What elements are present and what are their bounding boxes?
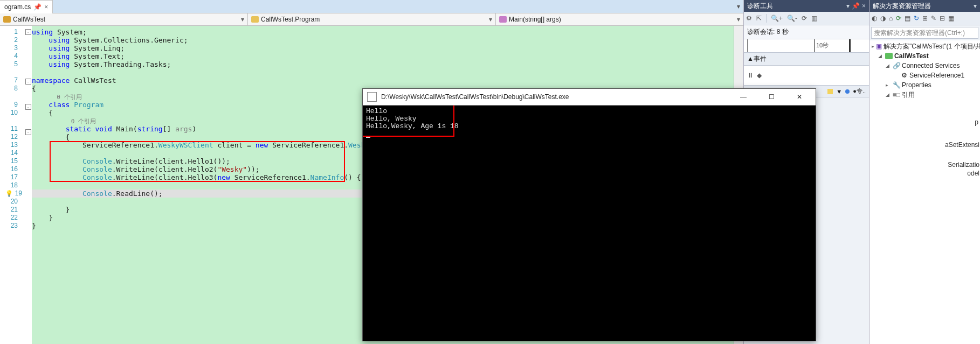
back-icon[interactable]: ◐ [872,15,877,22]
close-button[interactable]: ✕ [788,89,811,104]
service-reference-node[interactable]: ⚙ ServiceReference1 [869,71,980,80]
navigation-bar: CallWsTest ▾ CallWsTest.Program ▾ Main(s… [0,13,743,26]
console-line: Hello,Wesky, Age is 18 [366,123,812,130]
namespace-dropdown[interactable]: CallWsTest ▾ [0,13,248,25]
panel-title-text: 诊断工具 [747,2,773,11]
timeline-label-10s: 10秒 [816,41,829,50]
refresh-icon[interactable]: ↻ [914,15,919,22]
minimize-button[interactable]: ― [731,89,755,104]
project-node[interactable]: ◢ CallWsTest [869,51,980,61]
outline-margin[interactable]: ---- [24,26,32,344]
tree-fragment: odel [967,169,980,178]
zoom-out-icon[interactable]: 🔍- [787,15,797,22]
diagnostics-title-bar: 诊断工具 ▾ 📌 × [744,0,869,12]
connected-services-node[interactable]: ◢🔗 Connected Services [869,61,980,71]
pause-icon[interactable]: ⏸ [747,72,754,79]
home-icon[interactable]: ⌂ [889,15,893,22]
pin-icon[interactable]: 📌 [852,2,860,10]
close-icon[interactable]: × [44,3,48,11]
chevron-down-icon: ▾ [737,16,740,23]
events-header[interactable]: ▲事件 [744,53,869,66]
service-icon: ⚙ [900,72,908,79]
panel-title-text: 解决方案资源管理器 [873,2,931,11]
csproj-icon [885,52,893,60]
tab-overflow-icon[interactable]: ▾ [734,3,743,10]
connected-services-icon: 🔗 [893,62,900,69]
timeline-mark-10s [814,39,815,52]
references-icon: ■□ [893,91,900,99]
wrench-icon: 🔧 [893,81,900,89]
console-line: Hello [366,108,812,115]
namespace-icon [3,16,11,23]
zoom-in-icon[interactable]: 🔍+ [771,15,783,22]
window-dropdown-icon[interactable]: ▾ [846,2,850,10]
tree-fragment: aSetExtensi [944,141,980,149]
line-number-gutter: 12345789101112131415161718💡 1920212223 [0,26,24,344]
solution-search-input[interactable]: 搜索解决方案资源管理器(Ctrl+;) [871,27,978,39]
console-title-text: D:\Wesky\Wsk\CallWsTest\CallWsTest\bin\D… [381,93,727,101]
sync-icon[interactable]: ⟳ [896,15,901,22]
forward-icon[interactable]: ◑ [880,15,886,22]
app-icon [367,92,377,102]
timeline-cursor [849,39,851,52]
console-title-bar[interactable]: D:\Wesky\Wsk\CallWsTest\CallWsTest\bin\D… [363,89,816,106]
console-cursor [366,130,812,138]
marker-icon[interactable]: ◆ [757,72,762,79]
settings-icon[interactable]: ⚙ [746,15,752,22]
search-placeholder: 搜索解决方案资源管理器(Ctrl+;) [874,29,965,38]
gc-marker-icon [827,89,833,94]
properties-node[interactable]: ▸🔧 Properties [869,80,980,90]
events-chart: ⏸ ◆ [744,66,869,86]
class-dropdown[interactable]: CallWsTest.Program ▾ [248,13,496,25]
references-node[interactable]: ◢■□ 引用 [869,90,980,100]
chart-icon[interactable]: ▥ [811,15,817,22]
tree-fragment: Serializatio [947,160,980,169]
tree-fragment: p [973,118,980,127]
timeline-mark-start [747,39,748,52]
solution-explorer-toolbar: ◐ ◑ ⌂ ⟳ ▤ ↻ ⊞ ✎ ⊟ ▦ [869,12,980,25]
solution-node[interactable]: ▸▣ 解决方案"CallWsTest"(1 个项目/共 1 个 [869,41,980,51]
solution-explorer-panel: 解决方案资源管理器 ▾ ◐ ◑ ⌂ ⟳ ▤ ↻ ⊞ ✎ ⊟ ▦ 搜索解决方案资源… [869,0,980,344]
properties-icon[interactable]: ✎ [931,15,936,22]
expand-icon[interactable]: ⇱ [756,15,762,22]
diagnostics-timeline[interactable]: 10秒 [744,39,869,53]
console-window[interactable]: D:\Wesky\Wsk\CallWsTest\CallWsTest\bin\D… [362,88,816,341]
chevron-down-icon: ▾ [241,16,244,23]
save-icon[interactable]: ▤ [905,15,910,22]
solution-explorer-title-bar: 解决方案资源管理器 ▾ [869,0,980,12]
console-output: Hello Hello, Wesky Hello,Wesky, Age is 1… [363,106,816,341]
window-dropdown-icon[interactable]: ▾ [974,2,977,10]
diagnostics-toolbar: ⚙ ⇱ 🔍+ 🔍- ⟳ ▥ [744,12,869,25]
method-icon [499,16,507,23]
show-all-icon[interactable]: ⊞ [922,15,928,22]
snapshot-marker-icon [845,89,850,94]
tab-label: ogram.cs [4,3,31,11]
reset-zoom-icon[interactable]: ⟳ [802,15,807,22]
method-dropdown[interactable]: Main(string[] args) ▾ [496,13,743,25]
collapse-icon[interactable]: ⊟ [940,15,945,22]
class-icon [251,16,259,23]
console-line: Hello, Wesky [366,115,812,123]
maximize-button[interactable]: ☐ [760,89,783,104]
tab-program-cs[interactable]: ogram.cs 📌 × [0,0,53,13]
view-icon[interactable]: ▦ [948,15,954,22]
document-tabs: ogram.cs 📌 × ▾ [0,0,743,13]
solution-tree[interactable]: ▸▣ 解决方案"CallWsTest"(1 个项目/共 1 个 ◢ CallWs… [869,40,980,344]
chevron-down-icon: ▾ [489,16,492,23]
diagnostics-session-label: 诊断会话: 8 秒 [744,25,869,39]
close-icon[interactable]: × [862,2,866,10]
solution-icon: ▣ [876,43,882,50]
pin-icon[interactable]: 📌 [33,3,42,11]
